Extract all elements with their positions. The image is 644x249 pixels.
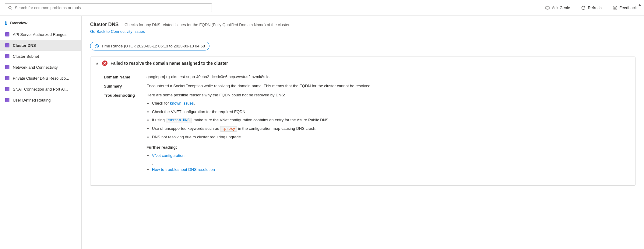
sidebar-item-overview[interactable]: ℹ Overview [0, 17, 81, 29]
sidebar-item-api-server[interactable]: API Server Authorized Ranges [0, 29, 81, 40]
summary-value: Encountered a SocketException while reso… [146, 84, 629, 88]
ask-genie-label: Ask Genie [552, 5, 570, 10]
proxy-code: .proxy [220, 126, 237, 132]
page-title: Cluster DNS [90, 22, 118, 27]
page-subtitle: - Checks for any DNS related issues for … [122, 22, 290, 27]
sidebar: ▲ ℹ Overview API Server Authorized Range… [0, 16, 82, 249]
chevron-up-icon: ▲ [95, 61, 99, 65]
sidebar-item-snat[interactable]: SNAT Connection and Port Al... [0, 84, 81, 95]
summary-row: Summary Encountered a SocketException wh… [104, 84, 629, 88]
list-item: If using custom DNS, make sure the VNet … [152, 117, 629, 123]
user-defined-routing-icon [5, 98, 10, 102]
snat-icon [5, 87, 10, 92]
list-item: Check for known issues. [152, 100, 629, 106]
svg-point-3 [613, 6, 617, 10]
domain-name-row: Domain Name googleproj-rg-aks-test-supp-… [104, 74, 629, 79]
sidebar-item-user-defined-routing-label: User Defined Routing [13, 98, 51, 102]
further-reading-list-2: How to troubleshoot DNS resolution [152, 167, 629, 173]
further-reading-title: Further reading: [146, 145, 629, 150]
sidebar-item-user-defined-routing[interactable]: User Defined Routing [0, 95, 81, 105]
api-server-icon [5, 32, 10, 37]
domain-name-label: Domain Name [104, 74, 146, 79]
feedback-label: Feedback [619, 5, 637, 10]
ask-genie-button[interactable]: Ask Genie [543, 4, 572, 12]
back-link[interactable]: Go Back to Connectivity Issues [90, 29, 145, 34]
list-item: Use of unsupported keywords such as .pro… [152, 126, 629, 132]
result-card-title: Failed to resolve the domain name assign… [111, 61, 228, 66]
refresh-button[interactable]: Refresh [579, 4, 604, 12]
refresh-icon [581, 5, 586, 10]
network-connectivity-icon [5, 65, 10, 70]
sidebar-item-network-connectivity-label: Network and Connectivity [13, 65, 58, 70]
search-icon [8, 6, 12, 10]
time-range-pill[interactable]: Time Range (UTC): 2023-03-12 05:13 to 20… [90, 42, 209, 50]
list-item: How to troubleshoot DNS resolution [152, 167, 629, 173]
troubleshooting-list: Check for known issues. Check the VNET c… [152, 100, 629, 140]
sidebar-overview-label: Overview [10, 21, 27, 25]
troubleshooting-row: Troubleshooting Here are some possible r… [104, 93, 629, 175]
clock-icon [95, 44, 99, 48]
svg-line-1 [11, 9, 12, 9]
main-layout: ▲ ℹ Overview API Server Authorized Range… [0, 16, 644, 249]
troubleshooting-intro: Here are some possible reasons why the F… [146, 93, 629, 97]
sidebar-item-cluster-subnet-label: Cluster Subnet [13, 54, 39, 59]
info-icon: ℹ [5, 20, 7, 26]
svg-point-5 [615, 7, 616, 8]
separator-dot: . [152, 161, 629, 165]
further-reading-section: Further reading: VNet configuration . Ho… [146, 145, 629, 173]
result-card: ▲ Failed to resolve the domain name assi… [90, 57, 635, 186]
svg-rect-2 [546, 6, 549, 9]
sidebar-item-api-server-label: API Server Authorized Ranges [13, 32, 66, 37]
page-header: Cluster DNS - Checks for any DNS related… [90, 22, 635, 34]
sidebar-item-cluster-dns-label: Cluster DNS [13, 43, 36, 48]
result-card-body: Domain Name googleproj-rg-aks-test-supp-… [90, 70, 635, 185]
feedback-icon [613, 5, 618, 10]
sidebar-item-private-cluster-dns-label: Private Cluster DNS Resolutio... [13, 76, 69, 81]
custom-dns-code: custom DNS [166, 118, 192, 123]
sidebar-item-network-connectivity[interactable]: Network and Connectivity [0, 62, 81, 73]
further-reading-list: VNet configuration [152, 153, 629, 159]
sidebar-item-snat-label: SNAT Connection and Port Al... [13, 87, 68, 92]
troubleshooting-value: Here are some possible reasons why the F… [146, 93, 629, 175]
troubleshoot-dns-link[interactable]: How to troubleshoot DNS resolution [152, 167, 215, 172]
list-item: DNS not resolving due to cluster requiri… [152, 134, 629, 140]
private-cluster-dns-icon [5, 76, 10, 81]
list-item: Check the VNET configuration for the req… [152, 109, 629, 115]
sidebar-item-cluster-subnet[interactable]: Cluster Subnet [0, 51, 81, 62]
svg-point-4 [614, 7, 615, 8]
result-card-header[interactable]: ▲ Failed to resolve the domain name assi… [90, 57, 635, 70]
vnet-config-link[interactable]: VNet configuration [152, 153, 185, 158]
time-range-label: Time Range (UTC): 2023-03-12 05:13 to 20… [101, 44, 205, 48]
known-issues-link[interactable]: known issues [170, 101, 194, 105]
feedback-button[interactable]: Feedback [610, 4, 639, 12]
search-box[interactable] [5, 3, 212, 12]
cluster-subnet-icon [5, 54, 10, 59]
topbar: Ask Genie Refresh Feedback [0, 0, 644, 16]
search-input[interactable] [15, 5, 209, 10]
refresh-label: Refresh [588, 5, 602, 10]
cluster-dns-icon [5, 43, 10, 48]
topbar-actions: Ask Genie Refresh Feedback [543, 4, 639, 12]
genie-icon [545, 5, 550, 10]
error-icon [102, 61, 107, 66]
list-item: VNet configuration [152, 153, 629, 159]
sidebar-item-cluster-dns[interactable]: Cluster DNS [0, 40, 81, 51]
troubleshooting-label: Troubleshooting [104, 93, 146, 98]
summary-label: Summary [104, 84, 146, 88]
domain-name-value: googleproj-rg-aks-test-supp-40cba2-dccdc… [146, 74, 629, 79]
sidebar-item-private-cluster-dns[interactable]: Private Cluster DNS Resolutio... [0, 73, 81, 84]
content-area: Cluster DNS - Checks for any DNS related… [82, 16, 644, 249]
